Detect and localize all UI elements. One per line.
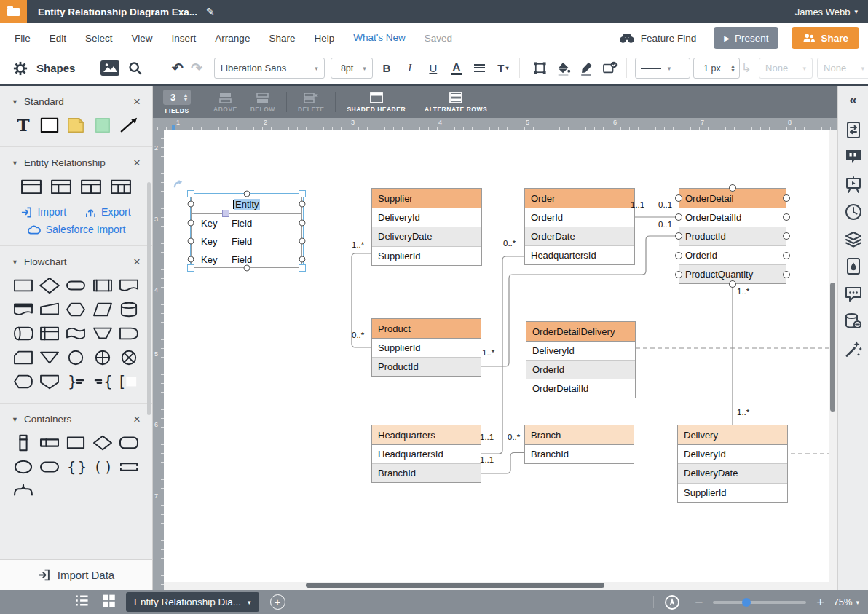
add-row-below-button[interactable]: BELOW	[250, 92, 275, 113]
collapse-triangle-icon[interactable]: ▼	[12, 98, 18, 106]
connection-port[interactable]	[675, 194, 682, 202]
collapse-panel-icon[interactable]: «	[849, 92, 857, 108]
connection-handle[interactable]	[188, 237, 194, 244]
undo-button[interactable]: ↶	[172, 60, 184, 76]
connection-handle[interactable]	[243, 265, 250, 272]
shape-horizontal-container-icon[interactable]	[39, 434, 60, 452]
table-row[interactable]: OrderDetailId	[679, 208, 786, 227]
menu-item-insert[interactable]: Insert	[172, 33, 197, 44]
shape-brace-left-icon[interactable]: {	[92, 373, 114, 390]
entity-key-cell[interactable]: Key	[192, 251, 226, 269]
canvas-h-scrollbar[interactable]	[306, 583, 604, 588]
table-row[interactable]: SupplierId	[678, 484, 787, 502]
shape-paper-tape-icon[interactable]	[65, 325, 87, 342]
shape-rectangle-icon[interactable]	[39, 117, 60, 134]
collapse-triangle-icon[interactable]: ▼	[12, 416, 18, 423]
entity-row[interactable]: KeyField	[192, 214, 301, 232]
menu-item-select[interactable]: Select	[85, 33, 113, 44]
shape-off-page-link-icon[interactable]	[39, 373, 60, 390]
connection-handle[interactable]	[243, 191, 250, 197]
shape-curly-braces-icon[interactable]: {}	[65, 458, 87, 476]
shape-ellipse-container-icon[interactable]	[12, 458, 34, 476]
shaded-header-toggle[interactable]: SHADED HEADER	[347, 92, 406, 113]
arrow-start-select[interactable]: None▾	[759, 58, 813, 79]
collapse-triangle-icon[interactable]: ▼	[12, 160, 18, 167]
shape-rectangle-container-icon[interactable]	[65, 434, 87, 452]
shape-display-icon[interactable]	[12, 373, 34, 390]
alternate-rows-toggle[interactable]: ALTERNATE ROWS	[425, 92, 487, 113]
layers-icon[interactable]	[844, 230, 863, 249]
er-import-link[interactable]: Import	[21, 206, 66, 218]
connection-port[interactable]	[783, 194, 790, 202]
table-header[interactable]: Supplier	[372, 189, 481, 208]
search-icon[interactable]	[128, 61, 143, 76]
zoom-in-button[interactable]: +	[812, 594, 829, 610]
shape-direct-access-storage-icon[interactable]	[12, 325, 34, 342]
table-header[interactable]: Branch	[525, 425, 634, 445]
connection-port[interactable]	[729, 184, 736, 192]
close-icon[interactable]: ×	[133, 256, 141, 268]
close-icon[interactable]: ×	[133, 157, 141, 169]
shape-er-table-2-col-icon[interactable]	[80, 178, 102, 195]
active-page-tab[interactable]: Entity Relationship Dia... ▾	[126, 592, 259, 612]
table-row[interactable]: DeliveryId	[678, 445, 787, 464]
text-align-button[interactable]	[470, 59, 489, 78]
cardinality-label[interactable]: 0..*	[352, 331, 364, 339]
bold-button[interactable]: B	[377, 59, 396, 78]
connection-handle[interactable]	[188, 219, 194, 226]
connection-port[interactable]	[675, 271, 682, 278]
shape-process-icon[interactable]	[12, 277, 34, 294]
table-row[interactable]: HeadquartersId	[372, 445, 481, 464]
menu-item-view[interactable]: View	[132, 33, 153, 44]
shape-card-icon[interactable]	[12, 349, 34, 366]
page-list-view-icon[interactable]	[73, 593, 90, 611]
shape-er-table-icon[interactable]	[20, 178, 42, 195]
magic-wand-icon[interactable]	[844, 339, 863, 358]
shape-pill-container-icon[interactable]	[39, 458, 60, 476]
rotate-handle-icon[interactable]	[173, 179, 186, 193]
table-row[interactable]: HeadquartersId	[525, 246, 634, 264]
cardinality-label[interactable]: 1..*	[352, 240, 364, 249]
entity-shape-selected[interactable]: Entity KeyFieldKeyFieldKeyField	[191, 194, 302, 268]
menu-item-edit[interactable]: Edit	[50, 33, 66, 44]
table-row[interactable]: DeliveryDate	[678, 464, 787, 483]
add-row-above-button[interactable]: ABOVE	[213, 92, 237, 113]
cardinality-label[interactable]: 0..1	[658, 220, 672, 229]
shape-connector-icon[interactable]	[65, 349, 87, 366]
linked-data-icon[interactable]	[844, 312, 863, 331]
italic-button[interactable]: I	[401, 59, 419, 78]
table-row[interactable]: BranchId	[372, 464, 481, 482]
entity-key-cell[interactable]: Key	[192, 214, 226, 232]
table-header[interactable]: Product	[372, 319, 481, 339]
connection-handle[interactable]	[188, 256, 194, 262]
connection-port[interactable]	[783, 252, 790, 259]
image-library-icon[interactable]	[100, 60, 119, 76]
table-row[interactable]: OrderDetailId	[526, 379, 635, 398]
cardinality-label[interactable]: 0..*	[503, 239, 516, 248]
table-row[interactable]: DeliveryId	[526, 342, 635, 361]
connection-handle[interactable]	[299, 200, 306, 207]
cardinality-label[interactable]: 0..1	[658, 200, 672, 209]
share-button[interactable]: Share	[792, 27, 859, 49]
entity-field-cell[interactable]: Field	[226, 236, 252, 247]
shape-document-icon[interactable]	[118, 277, 140, 294]
shape-brace-top-icon[interactable]	[12, 482, 34, 500]
shape-summing-junction-icon[interactable]	[118, 349, 140, 366]
close-icon[interactable]: ×	[133, 95, 141, 108]
cardinality-label[interactable]: 1..*	[482, 348, 494, 357]
entity-key-cell[interactable]: Key	[192, 232, 226, 251]
user-account-menu[interactable]: James Webb ▾	[795, 7, 858, 17]
shape-er-table-1-divider-icon[interactable]	[50, 178, 72, 195]
canvas-v-scrollbar[interactable]	[830, 283, 835, 412]
shape-vertical-container-icon[interactable]	[12, 434, 34, 452]
page-grid-view-icon[interactable]	[100, 593, 117, 611]
connection-port[interactable]	[783, 213, 790, 221]
shape-note-icon[interactable]	[65, 117, 87, 134]
shape-data-button[interactable]	[601, 59, 620, 78]
shape-extract-icon[interactable]	[39, 349, 60, 366]
shape-delay-icon[interactable]	[118, 325, 140, 342]
zoom-level-select[interactable]: 75% ▾	[833, 597, 859, 607]
shape-internal-storage-icon[interactable]	[39, 325, 60, 342]
table-row[interactable]: SupplierId	[372, 247, 481, 265]
shape-note-square-icon[interactable]: [	[118, 373, 140, 390]
